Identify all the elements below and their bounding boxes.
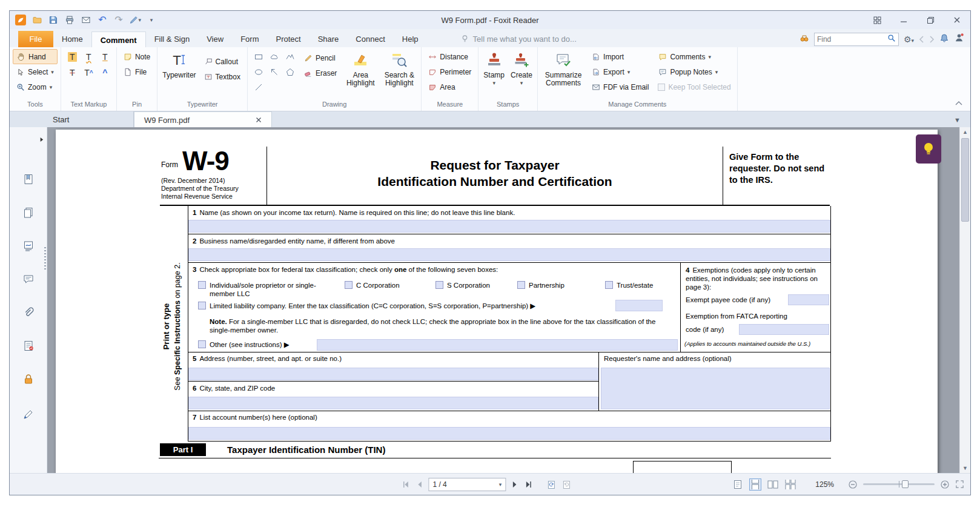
next-page-button[interactable] <box>511 480 518 489</box>
summarize-comments-button[interactable]: Summarize Comments <box>541 49 586 87</box>
collapse-ribbon-button[interactable] <box>955 98 963 108</box>
sidebar-signatures-icon[interactable] <box>21 239 36 253</box>
area-measure-button[interactable]: Area <box>425 79 475 94</box>
comments-panel-button[interactable]: Comments▾ <box>655 49 733 64</box>
sidebar-pages-icon[interactable] <box>21 205 36 220</box>
callout-button[interactable]: Callout <box>200 54 244 69</box>
stamp-button[interactable]: Stamp ▾ <box>482 49 506 87</box>
minimize-button[interactable] <box>890 11 917 29</box>
replace-text-icon[interactable]: T^ <box>81 65 97 81</box>
find-next-button[interactable] <box>929 36 935 43</box>
assistant-lightbulb-button[interactable] <box>916 134 941 164</box>
previous-view-button[interactable] <box>546 480 556 489</box>
popup-notes-button[interactable]: Popup Notes▾ <box>655 64 733 79</box>
oval-shape-icon[interactable] <box>251 64 267 79</box>
hand-tool-button[interactable]: Hand <box>13 49 58 64</box>
checkbox-llc[interactable]: Limited liability company. Enter the tax… <box>198 302 677 310</box>
tab-file[interactable]: File <box>18 31 53 47</box>
find-input[interactable] <box>817 35 887 44</box>
prev-page-button[interactable] <box>416 480 423 489</box>
note-button[interactable]: Note <box>120 49 154 64</box>
account-numbers-input[interactable] <box>188 427 830 440</box>
close-button[interactable] <box>944 11 970 29</box>
checkbox-s-corporation[interactable]: S Corporation <box>435 281 490 289</box>
tab-start[interactable]: Start <box>43 111 134 128</box>
tab-w9-form[interactable]: W9 Form.pdf <box>134 111 272 128</box>
checkbox-individual[interactable]: Individual/sole proprietor or single-mem… <box>198 281 330 298</box>
foxit-logo-icon[interactable] <box>15 14 27 26</box>
checkbox-c-corporation[interactable]: C Corporation <box>345 281 400 289</box>
zoom-slider[interactable] <box>863 483 935 485</box>
last-page-button[interactable] <box>524 480 532 489</box>
select-tool-button[interactable]: Select▾ <box>13 64 58 79</box>
line-shape-icon[interactable] <box>251 79 267 94</box>
email-button[interactable] <box>80 14 92 26</box>
tab-list-dropdown[interactable]: ▼ <box>954 111 970 128</box>
rectangle-shape-icon[interactable] <box>251 49 267 64</box>
typewriter-button[interactable]: T Typewriter <box>161 49 197 79</box>
search-highlight-button[interactable]: Search & Highlight <box>380 49 418 87</box>
squiggly-underline-icon[interactable]: T <box>81 49 97 65</box>
sidebar-bookmarks-icon[interactable] <box>21 172 36 187</box>
area-highlight-button[interactable]: Area Highlight <box>343 49 378 87</box>
continuous-view-button[interactable] <box>749 478 761 491</box>
open-file-button[interactable] <box>31 14 43 26</box>
tab-share[interactable]: Share <box>310 31 348 47</box>
textbox-button[interactable]: Textbox <box>200 69 244 84</box>
fit-page-button[interactable] <box>955 480 964 489</box>
other-input[interactable] <box>317 339 678 351</box>
strikeout-text-icon[interactable]: T <box>64 65 81 81</box>
keep-tool-selected-checkbox[interactable]: Keep Tool Selected <box>655 79 733 94</box>
customize-qat-button[interactable]: ▾ <box>145 14 157 26</box>
checkbox-partnership[interactable]: Partnership <box>517 281 564 289</box>
search-settings-button[interactable]: ⚙▾ <box>904 35 914 44</box>
quick-tool-button[interactable]: ▾ <box>129 14 141 26</box>
underline-text-icon[interactable]: T <box>97 49 113 65</box>
find-prev-button[interactable] <box>919 36 924 43</box>
tab-help[interactable]: Help <box>394 31 427 47</box>
tab-connect[interactable]: Connect <box>347 31 393 47</box>
tab-protect[interactable]: Protect <box>267 31 309 47</box>
zoom-in-button[interactable] <box>940 480 950 489</box>
tab-form[interactable]: Form <box>232 31 267 47</box>
user-account-icon[interactable] <box>954 33 964 45</box>
close-tab-icon[interactable] <box>256 116 262 125</box>
zoom-slider-handle[interactable] <box>902 480 909 488</box>
search-icon[interactable] <box>887 34 896 45</box>
scroll-up-arrow[interactable]: ▲ <box>960 127 970 137</box>
arrow-shape-icon[interactable] <box>267 64 282 79</box>
scrollbar-thumb[interactable] <box>961 138 969 222</box>
checkbox-other[interactable]: Other (see instructions) ▶ <box>198 340 290 349</box>
eraser-button[interactable]: Eraser <box>300 65 340 81</box>
vertical-scrollbar[interactable]: ▲ ▼ <box>959 127 970 473</box>
pencil-button[interactable]: Pencil <box>300 50 340 65</box>
checkbox-trust-estate[interactable]: Trust/estate <box>605 281 653 289</box>
name-input[interactable] <box>188 220 830 233</box>
cloud-shape-icon[interactable] <box>267 49 282 64</box>
ui-layout-button[interactable] <box>864 11 890 29</box>
polygon-shape-icon[interactable] <box>282 64 298 79</box>
business-name-input[interactable] <box>188 248 830 261</box>
single-page-view-button[interactable] <box>732 478 744 491</box>
sidebar-fields-icon[interactable] <box>21 407 36 422</box>
next-view-button[interactable] <box>561 480 571 489</box>
city-state-zip-input[interactable] <box>188 397 598 409</box>
scroll-down-arrow[interactable]: ▼ <box>960 463 970 473</box>
highlight-text-icon[interactable]: T <box>64 49 81 65</box>
facing-view-button[interactable] <box>767 478 779 491</box>
file-attach-button[interactable]: File <box>120 64 154 79</box>
polyline-shape-icon[interactable] <box>282 49 298 64</box>
tell-me-box[interactable]: Tell me what you want to do... <box>460 31 577 47</box>
requester-input[interactable] <box>601 368 830 409</box>
notifications-bell-icon[interactable] <box>939 33 949 45</box>
continuous-facing-view-button[interactable] <box>784 478 796 491</box>
fatca-code-input[interactable] <box>739 324 829 335</box>
create-stamp-button[interactable]: Create ▾ <box>509 49 534 87</box>
sidebar-attachments-icon[interactable] <box>21 305 36 320</box>
fdf-via-email-button[interactable]: FDF via Email <box>588 79 652 94</box>
exempt-payee-code-input[interactable] <box>788 294 829 305</box>
llc-classification-input[interactable] <box>615 300 663 311</box>
sidebar-digital-signatures-icon[interactable] <box>21 339 36 353</box>
distance-button[interactable]: Distance <box>425 49 475 64</box>
maximize-button[interactable] <box>917 11 944 29</box>
